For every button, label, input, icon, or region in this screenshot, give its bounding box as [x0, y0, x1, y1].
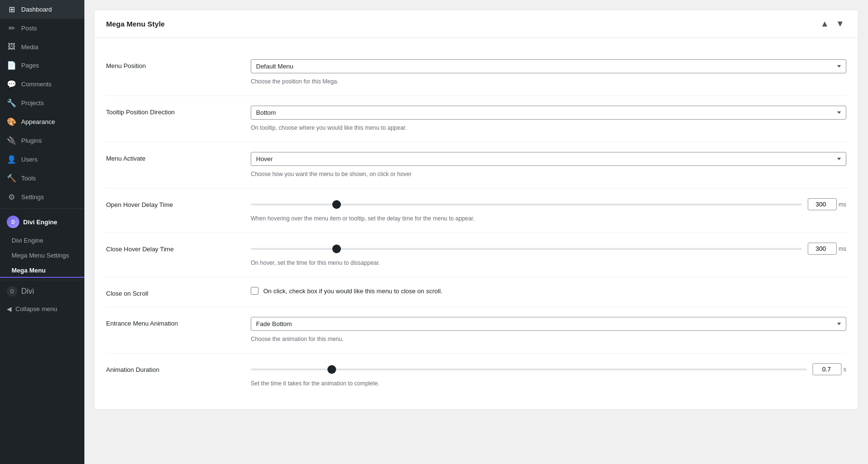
sidebar-item-pages[interactable]: 📄 Pages [0, 56, 84, 75]
control-tooltip-position: Bottom Top Left Right On tooltip, choose… [251, 106, 846, 132]
control-menu-position: Default Menu Fixed Sticky Choose the pos… [251, 59, 846, 86]
desc-animation-duration: Set the time it takes for the animation … [251, 379, 846, 388]
divi-engine-header[interactable]: D Divi Engine [0, 211, 84, 233]
select-tooltip-position[interactable]: Bottom Top Left Right [251, 106, 846, 120]
label-animation-duration: Animation Duration [106, 363, 241, 373]
main-content: Mega Menu Style ▲ ▼ Menu Position Defaul… [84, 0, 868, 464]
sidebar-divider-1 [0, 208, 84, 209]
sidebar-item-appearance[interactable]: 🎨 Appearance [0, 112, 84, 131]
label-close-hover-delay: Close Hover Delay Time [106, 243, 241, 253]
form-section: Menu Position Default Menu Fixed Sticky … [95, 38, 858, 409]
sub-menu-item-divi-engine[interactable]: Divi Engine [0, 233, 84, 248]
slider-animation-duration[interactable] [251, 368, 807, 370]
slider-row-animation-duration: s [251, 363, 846, 375]
sidebar-item-dashboard[interactable]: ⊞ Dashboard [0, 0, 84, 19]
label-entrance-animation: Entrance Menu Animation [106, 317, 241, 327]
desc-tooltip-position: On tooltip, choose where you would like … [251, 123, 846, 132]
desc-close-hover-delay: On hover, set the time for this menu to … [251, 259, 846, 267]
desc-menu-activate: Choose how you want the menu to be shown… [251, 170, 846, 178]
sidebar-item-plugins[interactable]: 🔌 Plugins [0, 131, 84, 150]
form-row-close-on-scroll: Close on Scroll On click, check box if y… [106, 277, 846, 307]
label-close-on-scroll: Close on Scroll [106, 287, 241, 297]
sidebar: ⊞ Dashboard ✏ Posts 🖼 Media 📄 Pages 💬 Co… [0, 0, 84, 464]
divi-icon: D [7, 286, 17, 297]
control-close-hover-delay: ms On hover, set the time for this menu … [251, 243, 846, 267]
label-menu-position: Menu Position [106, 59, 241, 69]
users-icon: 👤 [7, 155, 16, 164]
checkbox-close-on-scroll[interactable] [251, 287, 258, 295]
pages-icon: 📄 [7, 61, 16, 70]
desc-entrance-animation: Choose the animation for this menu. [251, 335, 846, 343]
slider-input-close-hover-delay: ms [808, 243, 846, 255]
collapse-arrow-icon: ◀ [7, 305, 12, 313]
panel-arrows: ▲ ▼ [818, 18, 846, 30]
sidebar-item-projects[interactable]: 🔧 Projects [0, 94, 84, 112]
number-animation-duration[interactable] [813, 363, 841, 375]
control-entrance-animation: Fade Bottom Fade Top Fade Left Fade Righ… [251, 317, 846, 343]
select-menu-position[interactable]: Default Menu Fixed Sticky [251, 59, 846, 73]
tools-icon: 🔨 [7, 174, 16, 183]
control-close-on-scroll: On click, check box if you would like th… [251, 287, 846, 295]
control-menu-activate: Hover Click Choose how you want the menu… [251, 152, 846, 178]
desc-open-hover-delay: When hovering over the menu item or tool… [251, 214, 846, 223]
label-menu-activate: Menu Activate [106, 152, 241, 162]
mega-menu-style-panel: Mega Menu Style ▲ ▼ Menu Position Defaul… [94, 10, 858, 409]
control-open-hover-delay: ms When hovering over the menu item or t… [251, 198, 846, 223]
number-open-hover-delay[interactable] [808, 198, 837, 210]
unit-animation-duration: s [843, 366, 846, 373]
unit-close-hover-delay: ms [839, 246, 846, 252]
sub-menu-item-mega-menu-settings[interactable]: Mega Menu Settings [0, 248, 84, 263]
sidebar-item-comments[interactable]: 💬 Comments [0, 75, 84, 94]
form-row-animation-duration: Animation Duration s Set the time it tak… [106, 354, 846, 397]
projects-icon: 🔧 [7, 98, 16, 108]
appearance-icon: 🎨 [7, 117, 16, 126]
posts-icon: ✏ [7, 24, 16, 33]
panel-up-arrow[interactable]: ▲ [818, 18, 831, 30]
slider-open-hover-delay[interactable] [251, 204, 802, 205]
checkbox-row-close-on-scroll: On click, check box if you would like th… [251, 287, 846, 295]
panel-down-arrow[interactable]: ▼ [834, 18, 846, 30]
divi-engine-sub-menu: Divi Engine Mega Menu Settings Mega Menu [0, 233, 84, 278]
sidebar-item-users[interactable]: 👤 Users [0, 150, 84, 169]
divi-label: Divi [21, 287, 34, 296]
sidebar-item-settings[interactable]: ⚙ Settings [0, 188, 84, 206]
plugins-icon: 🔌 [7, 136, 16, 145]
slider-row-close-hover-delay: ms [251, 243, 846, 255]
slider-input-open-hover-delay: ms [808, 198, 846, 210]
divi-engine-label: Divi Engine [23, 218, 57, 226]
sidebar-item-media[interactable]: 🖼 Media [0, 38, 84, 56]
sidebar-item-posts[interactable]: ✏ Posts [0, 19, 84, 38]
checkbox-label-close-on-scroll: On click, check box if you would like th… [263, 287, 442, 295]
label-tooltip-position: Tooltip Position Direction [106, 106, 241, 116]
unit-open-hover-delay: ms [839, 201, 846, 208]
slider-close-hover-delay[interactable] [251, 248, 802, 250]
number-close-hover-delay[interactable] [808, 243, 837, 255]
label-open-hover-delay: Open Hover Delay Time [106, 198, 241, 208]
divi-engine-logo: D [7, 216, 19, 228]
select-entrance-animation[interactable]: Fade Bottom Fade Top Fade Left Fade Righ… [251, 317, 846, 331]
form-row-menu-position: Menu Position Default Menu Fixed Sticky … [106, 50, 846, 96]
settings-icon: ⚙ [7, 192, 16, 202]
slider-input-animation-duration: s [813, 363, 846, 375]
panel-title: Mega Menu Style [106, 20, 165, 28]
slider-row-open-hover-delay: ms [251, 198, 846, 210]
divi-section[interactable]: D Divi [0, 282, 84, 300]
form-row-entrance-animation: Entrance Menu Animation Fade Bottom Fade… [106, 307, 846, 354]
sub-menu-item-mega-menu[interactable]: Mega Menu [0, 263, 84, 278]
dashboard-icon: ⊞ [7, 5, 16, 14]
form-row-tooltip-position: Tooltip Position Direction Bottom Top Le… [106, 96, 846, 142]
form-row-menu-activate: Menu Activate Hover Click Choose how you… [106, 142, 846, 189]
sidebar-item-tools[interactable]: 🔨 Tools [0, 169, 84, 188]
panel-header: Mega Menu Style ▲ ▼ [95, 10, 858, 38]
comments-icon: 💬 [7, 80, 16, 89]
control-animation-duration: s Set the time it takes for the animatio… [251, 363, 846, 388]
form-row-close-hover-delay: Close Hover Delay Time ms On hover, set … [106, 233, 846, 277]
form-row-open-hover-delay: Open Hover Delay Time ms When hovering o… [106, 189, 846, 233]
sidebar-divider-2 [0, 280, 84, 280]
collapse-menu-button[interactable]: ◀ Collapse menu [0, 300, 84, 317]
select-menu-activate[interactable]: Hover Click [251, 152, 846, 166]
desc-menu-position: Choose the position for this Mega. [251, 77, 846, 86]
media-icon: 🖼 [7, 42, 16, 51]
